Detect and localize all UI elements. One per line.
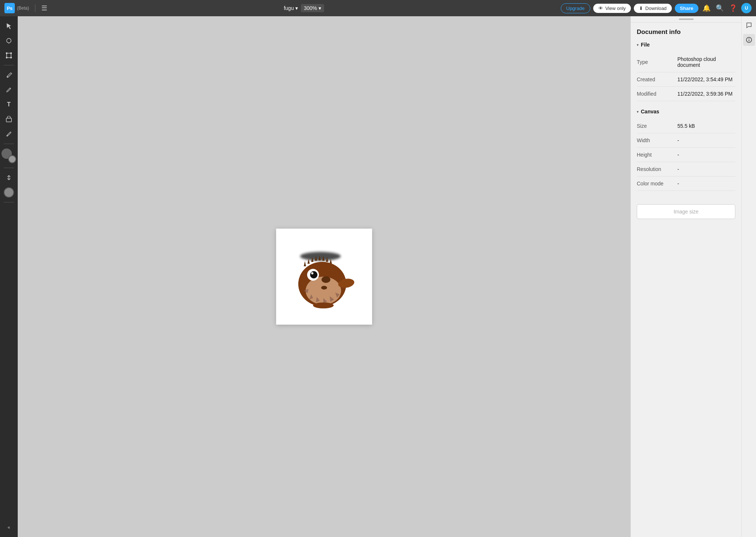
collapse-icon: « — [8, 525, 10, 530]
canvas-content — [276, 229, 372, 325]
download-icon: ⬇ — [639, 6, 643, 11]
file-created-value: 11/22/2022, 3:54:49 PM — [677, 76, 735, 82]
file-created-row: Created 11/22/2022, 3:54:49 PM — [637, 72, 735, 87]
pen-tool[interactable] — [2, 83, 16, 96]
header: Ps (Beta) ☰ fugu ▾ 300% ▾ Upgrade 👁 View… — [0, 0, 756, 16]
canvas-resolution-value: - — [677, 166, 735, 172]
canvas-color-mode-label: Color mode — [637, 181, 677, 187]
file-type-label: Type — [637, 59, 677, 65]
select-tool[interactable] — [2, 19, 16, 33]
search-icon[interactable]: 🔍 — [715, 4, 725, 12]
canvas-color-mode-value: - — [677, 181, 735, 187]
download-label: Download — [645, 6, 667, 11]
ps-logo: Ps — [4, 3, 15, 13]
svg-point-0 — [7, 38, 11, 43]
file-section-chevron-icon: ▾ — [637, 43, 639, 47]
file-type-row: Type Photoshop cloud document — [637, 52, 735, 72]
download-button[interactable]: ⬇ Download — [634, 4, 672, 13]
file-modified-value: 11/22/2022, 3:59:36 PM — [677, 91, 735, 97]
header-divider — [35, 4, 35, 12]
shape-tool[interactable] — [2, 113, 16, 126]
file-created-label: Created — [637, 76, 677, 82]
header-right: Upgrade 👁 View only ⬇ Download Share 🔔 🔍… — [561, 3, 752, 13]
lasso-tool[interactable] — [2, 34, 16, 47]
artwork-canvas — [276, 229, 372, 325]
help-icon[interactable]: ❓ — [728, 4, 738, 12]
canvas-section-header[interactable]: ▾ Canvas — [637, 109, 735, 114]
file-type-value: Photoshop cloud document — [677, 56, 735, 68]
canvas-section-label: Canvas — [641, 109, 659, 114]
canvas-resolution-row: Resolution - — [637, 162, 735, 177]
main-area: T « — [0, 16, 756, 537]
transform-tool[interactable] — [2, 49, 16, 62]
text-tool[interactable]: T — [2, 98, 16, 111]
zoom-chevron-icon: ▾ — [319, 5, 321, 11]
fugu-illustration — [284, 236, 365, 317]
secondary-color-swatch[interactable] — [4, 187, 14, 198]
svg-rect-5 — [6, 57, 7, 58]
svg-point-30 — [322, 276, 330, 283]
eyedropper-tool[interactable] — [2, 127, 16, 141]
tool-divider-4 — [4, 202, 14, 202]
panel-tab-indicator — [679, 18, 694, 20]
info-panel-button[interactable] — [743, 34, 755, 46]
tool-divider-1 — [4, 65, 14, 65]
canvas-size-value: 55.5 kB — [677, 123, 735, 129]
tool-divider-2 — [4, 144, 14, 144]
image-size-button[interactable]: Image size — [637, 204, 735, 219]
svg-point-38 — [321, 286, 327, 290]
view-only-label: View only — [605, 6, 626, 11]
zoom-level-label: 300% — [304, 5, 317, 11]
comment-panel-button[interactable] — [743, 19, 755, 31]
zoom-control[interactable]: 300% ▾ — [301, 4, 324, 12]
file-section: ▾ File Type Photoshop cloud document Cre… — [637, 42, 735, 101]
file-name-label: fugu — [284, 5, 294, 11]
hamburger-menu-icon[interactable]: ☰ — [41, 4, 47, 12]
view-only-button[interactable]: 👁 View only — [593, 4, 631, 13]
canvas-width-value: - — [677, 137, 735, 143]
file-modified-label: Modified — [637, 91, 677, 97]
file-name-dropdown[interactable]: fugu ▾ — [284, 5, 298, 11]
brush-tool[interactable] — [2, 68, 16, 82]
right-icon-panel — [741, 16, 756, 537]
app-logo-group: Ps (Beta) — [4, 3, 29, 13]
canvas-height-value: - — [677, 152, 735, 158]
file-section-header[interactable]: ▾ File — [637, 42, 735, 48]
file-name-chevron-icon: ▾ — [295, 5, 298, 11]
svg-point-29 — [311, 272, 313, 274]
canvas-size-label: Size — [637, 123, 677, 129]
share-button[interactable]: Share — [675, 4, 698, 13]
canvas-height-row: Height - — [637, 148, 735, 162]
canvas-section-chevron-icon: ▾ — [637, 110, 639, 114]
header-center: fugu ▾ 300% ▾ — [52, 4, 556, 12]
canvas-width-row: Width - — [637, 133, 735, 148]
left-toolbar: T « — [0, 16, 18, 537]
document-info-title: Document info — [637, 28, 735, 36]
svg-point-41 — [749, 38, 749, 39]
svg-point-37 — [313, 302, 334, 308]
panel-tab-bar — [631, 16, 741, 23]
svg-point-7 — [7, 76, 8, 78]
canvas-area[interactable] — [18, 16, 630, 537]
canvas-section: ▾ Canvas Size 55.5 kB Width - Height - R… — [637, 109, 735, 191]
user-avatar[interactable]: U — [741, 3, 752, 13]
background-color[interactable] — [8, 155, 16, 163]
canvas-color-mode-row: Color mode - — [637, 177, 735, 191]
svg-rect-4 — [10, 52, 12, 54]
svg-rect-3 — [6, 52, 7, 54]
svg-rect-8 — [6, 118, 11, 122]
svg-marker-16 — [304, 261, 306, 266]
canvas-resolution-label: Resolution — [637, 166, 677, 172]
collapse-toolbar-button[interactable]: « — [2, 521, 16, 534]
beta-label: (Beta) — [17, 6, 29, 11]
arrange-tool[interactable] — [2, 171, 16, 184]
svg-rect-6 — [10, 57, 12, 58]
notifications-icon[interactable]: 🔔 — [701, 4, 712, 12]
text-tool-icon: T — [7, 101, 11, 108]
canvas-height-label: Height — [637, 152, 677, 158]
panel-body: Document info ▾ File Type Photoshop clou… — [631, 23, 741, 537]
upgrade-button[interactable]: Upgrade — [561, 3, 590, 13]
canvas-size-row: Size 55.5 kB — [637, 119, 735, 133]
file-section-label: File — [641, 42, 650, 48]
svg-point-28 — [310, 271, 317, 278]
